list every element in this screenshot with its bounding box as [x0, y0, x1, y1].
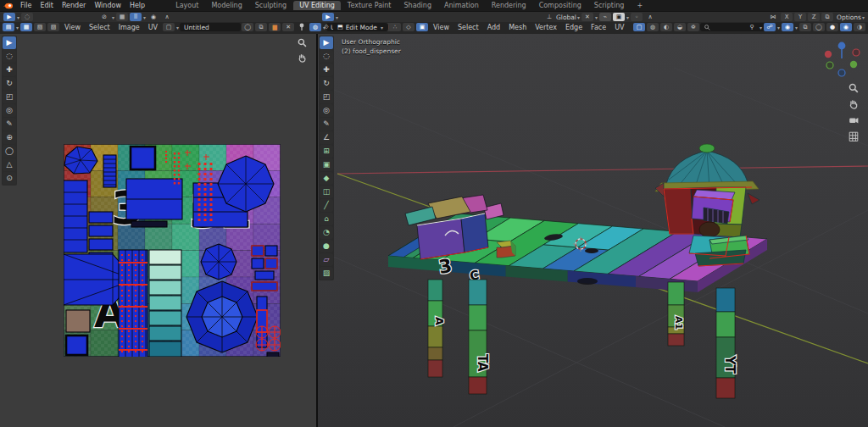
- uv-pivot-icon[interactable]: ⊘: [98, 13, 110, 21]
- transform-pivot-icon[interactable]: ⚲: [746, 23, 758, 31]
- tool-annotate[interactable]: ✎: [320, 118, 333, 130]
- show-gizmo-icon[interactable]: ▢: [633, 23, 645, 31]
- topbar-menu-window[interactable]: Window: [90, 2, 125, 9]
- tool-annotate[interactable]: ✎: [3, 118, 16, 130]
- uv-sync-icon[interactable]: ◒: [674, 23, 686, 31]
- snap-toggle-icon[interactable]: ⌁: [599, 13, 611, 21]
- snap-target-icon[interactable]: ✕: [581, 13, 593, 21]
- select-mode-face-icon[interactable]: ▣: [416, 23, 428, 31]
- workspace-tab-layout[interactable]: Layout: [170, 1, 204, 10]
- topbar-menu-file[interactable]: File: [16, 2, 36, 9]
- tool-transform[interactable]: ◎: [320, 104, 333, 117]
- image-new-icon[interactable]: ◯: [242, 23, 253, 31]
- mirror-axis-y[interactable]: Y: [794, 13, 806, 21]
- tool-measure[interactable]: ∠: [320, 131, 333, 144]
- v3d-menu-vertex[interactable]: Vertex: [531, 24, 561, 31]
- tool-extrude-region[interactable]: ⊞: [320, 145, 333, 158]
- proportional-edit-icon[interactable]: ◉: [782, 23, 793, 31]
- shading-rendered-icon[interactable]: ◑: [854, 23, 865, 31]
- tool-move[interactable]: ✚: [3, 64, 16, 76]
- image-open-folder-icon[interactable]: ▆: [269, 23, 281, 31]
- uv-mode-paint-icon[interactable]: ▧: [34, 23, 46, 31]
- tool-cursor[interactable]: ◌: [320, 50, 333, 63]
- uv-menu-uv[interactable]: UV: [144, 24, 162, 31]
- tool-transform[interactable]: ◎: [3, 104, 16, 117]
- uv-menu-view[interactable]: View: [60, 24, 85, 31]
- v3d-active-tool-icon[interactable]: ▶: [322, 13, 334, 21]
- tool-scale[interactable]: ◰: [3, 91, 16, 103]
- uv-menu-select[interactable]: Select: [85, 24, 114, 31]
- shading-solid-icon[interactable]: ●: [826, 23, 838, 31]
- proportional-toggle-icon[interactable]: ◦: [631, 13, 643, 21]
- v3d-menu-mesh[interactable]: Mesh: [504, 24, 531, 31]
- uv-menu-image[interactable]: Image: [114, 24, 144, 31]
- uv-active-tool-icon[interactable]: ▶: [3, 13, 15, 21]
- v3d-menu-uv[interactable]: UV: [610, 24, 628, 31]
- tool-smooth[interactable]: ●: [320, 240, 333, 252]
- uv-snap-mode-icon[interactable]: ⠿: [130, 13, 142, 21]
- workspace-tab-animation[interactable]: Animation: [438, 1, 485, 10]
- tool-pin[interactable]: ⊙: [3, 172, 16, 185]
- v3d-menu-face[interactable]: Face: [587, 24, 610, 31]
- tool-grab[interactable]: ⊕: [3, 131, 16, 144]
- tool-poly-build[interactable]: ⌂: [320, 213, 333, 225]
- tool-bevel[interactable]: ◆: [320, 172, 333, 185]
- tool-move[interactable]: ✚: [320, 64, 333, 76]
- uv-falloff-icon[interactable]: ∧: [161, 13, 173, 21]
- tool-knife[interactable]: ╱: [320, 199, 333, 212]
- uv-mode-uv-icon[interactable]: ▦: [20, 23, 32, 31]
- mesh-filter-icon[interactable]: ♽: [687, 23, 699, 31]
- shading-material-icon[interactable]: ◉: [840, 23, 852, 31]
- zoom-icon[interactable]: [849, 83, 859, 93]
- tool-relax[interactable]: ◯: [3, 145, 16, 158]
- uv-image[interactable]: 3 32 A A2: [64, 144, 281, 357]
- viewport-3d-pane[interactable]: 3 C A TA: [318, 34, 868, 427]
- scene-3d[interactable]: 3 C A TA: [318, 34, 868, 427]
- topbar-menu-render[interactable]: Render: [58, 2, 90, 9]
- options-button[interactable]: Options: [837, 14, 861, 21]
- tool-select-circle[interactable]: ◌: [3, 50, 16, 63]
- uv-cursor-tool-icon[interactable]: ◌: [21, 13, 33, 21]
- xray-toggle-icon[interactable]: ⧉: [799, 23, 811, 31]
- add-workspace-button[interactable]: +: [631, 1, 648, 10]
- v3d-menu-add[interactable]: Add: [483, 24, 505, 31]
- shading-wireframe-icon[interactable]: ◯: [813, 23, 825, 31]
- image-browse-icon[interactable]: ▢: [163, 23, 175, 31]
- snap-base-icon[interactable]: ⧉: [821, 13, 833, 21]
- v3d-editor-type-icon[interactable]: ⟐: [320, 23, 332, 31]
- tool-shear[interactable]: ▱: [320, 253, 333, 266]
- tool-rotate[interactable]: ↻: [3, 77, 16, 90]
- tool-tweak[interactable]: ▶: [3, 36, 16, 49]
- falloff-curve-icon[interactable]: ∧: [644, 13, 656, 21]
- v3d-active-tool-caret[interactable]: ▾: [336, 14, 338, 20]
- tool-pinch[interactable]: △: [3, 158, 16, 171]
- v3d-menu-select[interactable]: Select: [453, 24, 483, 31]
- topbar-menu-help[interactable]: Help: [125, 2, 149, 9]
- workspace-tab-scripting[interactable]: Scripting: [588, 1, 631, 10]
- tool-inset-faces[interactable]: ▣: [320, 158, 333, 171]
- tool-loop-cut[interactable]: ◫: [320, 186, 333, 198]
- uv-proportional-icon[interactable]: ◉: [147, 13, 159, 21]
- pan-hand-icon[interactable]: [298, 53, 307, 63]
- texture-paint-mask-icon[interactable]: ◐: [660, 23, 672, 31]
- image-name-field[interactable]: Untitled: [180, 23, 241, 31]
- mode-dropdown[interactable]: ⬒ Edit Mode ▾: [333, 23, 388, 31]
- orientation-label[interactable]: Global: [556, 14, 576, 21]
- uv-island-gradient-column[interactable]: [149, 250, 181, 357]
- uv-mode-mask-icon[interactable]: ▨: [47, 23, 59, 31]
- uv-active-tool-caret[interactable]: ▾: [17, 14, 19, 20]
- workspace-tab-shading[interactable]: Shading: [398, 1, 437, 10]
- workspace-tab-rendering[interactable]: Rendering: [486, 1, 532, 10]
- uv-snap-toggle-icon[interactable]: ▦: [116, 13, 128, 21]
- tool-rotate[interactable]: ↻: [320, 77, 333, 90]
- navigation-gizmo[interactable]: [822, 39, 861, 78]
- show-overlays-icon[interactable]: ◍: [647, 23, 659, 31]
- mirror-axis-x[interactable]: X: [781, 13, 793, 21]
- uv-editor-type-icon[interactable]: ▤: [3, 23, 14, 31]
- blender-logo-icon[interactable]: [3, 1, 14, 10]
- tool-rip-region[interactable]: ▨: [320, 267, 333, 280]
- workspace-tab-modeling[interactable]: Modeling: [205, 1, 248, 10]
- table-legs[interactable]: A TA A1 YT: [428, 280, 737, 398]
- pan-hand-icon[interactable]: [849, 99, 859, 109]
- tool-tweak[interactable]: ▶: [320, 36, 333, 49]
